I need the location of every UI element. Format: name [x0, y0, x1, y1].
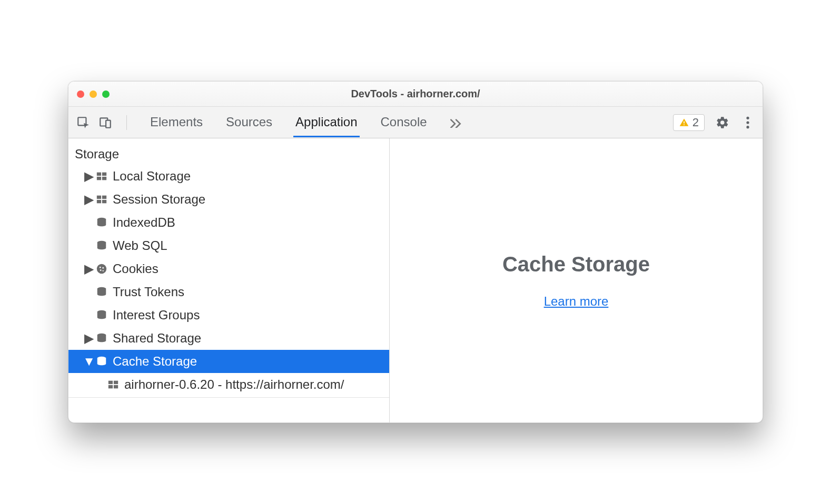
svg-rect-15 — [102, 200, 106, 203]
svg-rect-13 — [102, 196, 106, 199]
tab-sources[interactable]: Sources — [224, 107, 274, 137]
svg-rect-11 — [102, 177, 106, 180]
tab-console[interactable]: Console — [379, 107, 429, 137]
sidebar-item-trust-tokens[interactable]: Trust Tokens — [68, 280, 389, 304]
sidebar-item-label: airhorner-0.6.20 - https://airhorner.com… — [124, 377, 344, 392]
database-icon — [94, 332, 110, 344]
warning-icon — [679, 117, 689, 128]
tab-label: Console — [381, 115, 427, 129]
tab-label: Elements — [150, 115, 203, 129]
tab-label: Sources — [226, 115, 272, 129]
sidebar-item-label: Session Storage — [113, 192, 205, 207]
sidebar-item-label: Shared Storage — [113, 331, 201, 346]
sidebar-item-session-storage[interactable]: ▶ Session Storage — [68, 188, 389, 211]
chevron-right-icon: ▶ — [84, 169, 94, 184]
device-toggle-icon[interactable] — [98, 115, 113, 130]
svg-point-7 — [746, 126, 749, 128]
database-icon — [94, 240, 110, 251]
sidebar-section-storage: Storage — [68, 143, 389, 165]
devtools-window: DevTools - airhorner.com/ Elements Sourc… — [68, 81, 763, 423]
titlebar: DevTools - airhorner.com/ — [68, 82, 763, 107]
svg-rect-2 — [106, 120, 111, 127]
tab-label: Application — [295, 115, 357, 129]
svg-point-20 — [102, 267, 104, 269]
sidebar-item-indexeddb[interactable]: IndexedDB — [68, 211, 389, 234]
database-icon — [94, 286, 110, 298]
grid-icon — [94, 194, 110, 205]
main-panel: Cache Storage Learn more — [390, 138, 763, 422]
issues-badge[interactable]: 2 — [673, 114, 705, 131]
chevron-right-icon: ▶ — [84, 331, 94, 346]
sidebar-item-label: Local Storage — [113, 169, 191, 184]
chevron-down-icon: ▼ — [84, 354, 94, 369]
sidebar-divider — [68, 397, 389, 398]
panel-tabs: Elements Sources Application Console — [148, 107, 463, 137]
cookie-icon — [94, 263, 110, 275]
svg-point-6 — [746, 121, 749, 124]
svg-point-21 — [100, 269, 102, 271]
sidebar-item-interest-groups[interactable]: Interest Groups — [68, 304, 389, 327]
learn-more-link[interactable]: Learn more — [544, 294, 609, 309]
svg-rect-29 — [108, 385, 113, 388]
sidebar-item-label: IndexedDB — [113, 215, 175, 230]
chevron-right-icon: ▶ — [84, 261, 94, 276]
sidebar-item-cookies[interactable]: ▶ Cookies — [68, 257, 389, 280]
database-icon — [94, 309, 110, 321]
svg-rect-10 — [97, 177, 101, 180]
svg-point-18 — [97, 264, 106, 274]
svg-point-5 — [746, 116, 749, 119]
panel-heading: Cache Storage — [502, 253, 650, 276]
sidebar-item-cache-entry[interactable]: airhorner-0.6.20 - https://airhorner.com… — [68, 373, 389, 396]
tab-application[interactable]: Application — [293, 107, 359, 137]
issues-count: 2 — [692, 116, 699, 129]
grid-icon — [94, 170, 110, 182]
close-window-button[interactable] — [77, 90, 84, 98]
sidebar-item-label: Web SQL — [113, 238, 167, 253]
tab-elements[interactable]: Elements — [148, 107, 205, 137]
sidebar-item-label: Cookies — [113, 261, 159, 276]
window-controls — [77, 90, 110, 98]
minimize-window-button[interactable] — [90, 90, 97, 98]
kebab-menu-icon[interactable] — [740, 115, 755, 130]
application-sidebar: Storage ▶ Local Storage ▶ Session Storag… — [68, 138, 390, 422]
svg-rect-12 — [97, 196, 101, 199]
inspect-element-icon[interactable] — [76, 115, 91, 130]
sidebar-item-shared-storage[interactable]: ▶ Shared Storage — [68, 327, 389, 350]
sidebar-item-local-storage[interactable]: ▶ Local Storage — [68, 165, 389, 188]
storage-tree: ▶ Local Storage ▶ Session Storage — [68, 165, 389, 396]
sidebar-item-websql[interactable]: Web SQL — [68, 234, 389, 257]
settings-icon[interactable] — [715, 115, 730, 130]
sidebar-item-label: Cache Storage — [113, 354, 197, 369]
database-icon — [94, 217, 110, 228]
maximize-window-button[interactable] — [102, 90, 110, 98]
svg-rect-14 — [97, 200, 101, 203]
toolbar-separator — [126, 115, 127, 130]
svg-rect-27 — [108, 381, 113, 384]
sidebar-item-label: Interest Groups — [113, 308, 200, 322]
svg-rect-8 — [97, 173, 101, 176]
database-icon — [94, 356, 110, 367]
sidebar-item-cache-storage[interactable]: ▼ Cache Storage — [68, 350, 389, 373]
svg-rect-4 — [684, 124, 685, 125]
window-title: DevTools - airhorner.com/ — [68, 88, 763, 100]
svg-rect-9 — [102, 173, 106, 176]
svg-point-22 — [103, 270, 104, 271]
svg-point-19 — [100, 267, 101, 268]
chevron-right-icon: ▶ — [84, 192, 94, 207]
sidebar-item-label: Trust Tokens — [113, 285, 184, 299]
more-tabs-icon[interactable] — [448, 115, 463, 130]
devtools-toolbar: Elements Sources Application Console 2 — [68, 107, 763, 138]
grid-icon — [105, 379, 121, 390]
svg-rect-30 — [114, 385, 118, 388]
svg-rect-3 — [684, 121, 685, 123]
svg-rect-28 — [114, 381, 118, 384]
